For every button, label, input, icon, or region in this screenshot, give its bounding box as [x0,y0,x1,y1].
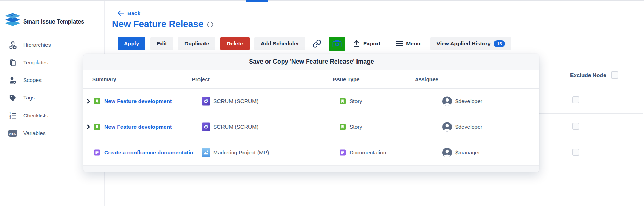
copy-link-button[interactable] [310,37,323,50]
documentation-icon [94,150,100,156]
issue-type-name: Story [349,98,362,104]
modal-table-header: Summary Project Issue Type Assignee [83,70,539,89]
export-button[interactable]: Export [351,37,383,50]
app-logo-icon [4,12,21,27]
table-row: New Feature development SCRUM (SCRUM) St… [83,89,539,114]
edit-button[interactable]: Edit [150,37,173,50]
issue-type-name: Story [349,124,362,130]
tag-icon [8,94,17,102]
scopes-icon [8,76,17,84]
story-icon [340,124,346,130]
app-window: Exclude Node Smart Issue Templates [0,0,644,206]
column-header-summary: Summary [92,76,116,82]
column-header-project: Project [192,76,210,82]
templates-icon [8,59,17,66]
sidebar-item-label: Variables [23,130,45,136]
column-header-issue-type: Issue Type [333,76,359,82]
sidebar-item-label: Tags [23,95,35,101]
exclude-node-header: Exclude Node [570,71,618,79]
exclude-node-row-checkbox[interactable] [572,123,579,130]
duplicate-button[interactable]: Duplicate [178,37,215,50]
svg-text:3: 3 [9,117,11,119]
sidebar-item-label: Scopes [23,77,42,83]
hierarchy-icon [8,41,17,49]
scrum-project-icon [202,123,210,131]
menu-button[interactable]: Menu [394,37,422,50]
documentation-icon [340,150,346,156]
link-icon [312,39,322,48]
modal-title: Save or Copy 'New Feature Release' Image [83,54,539,70]
view-applied-history-button[interactable]: View Applied History 15 [430,37,512,50]
hamburger-icon [396,41,403,46]
summary-link[interactable]: New Feature development [104,98,172,104]
project-name: SCRUM (SCRUM) [213,124,258,130]
marketing-project-icon [202,148,210,157]
checklist-icon: 1 2 3 [8,112,17,120]
exclude-node-header-checkbox[interactable] [611,71,618,79]
save-copy-image-modal: Save or Copy 'New Feature Release' Image… [83,54,539,172]
delete-button[interactable]: Delete [220,37,250,50]
sidebar-item-label: Checklists [23,112,48,119]
toolbar: Apply Edit Duplicate Delete Add Schedule… [118,37,511,51]
sidebar-item-label: Hierarchies [23,42,51,48]
modal-footer [83,165,539,172]
assignee-name: $manager [455,149,480,156]
story-icon [94,124,100,130]
exclude-node-row-checkbox[interactable] [572,149,579,156]
abc-badge: ABC [8,130,17,137]
menu-label: Menu [406,40,420,47]
export-label: Export [363,40,380,47]
issue-type-name: Documentation [349,149,386,156]
view-applied-history-label: View Applied History [437,40,491,47]
sidebar-item-label: Templates [23,59,48,66]
expand-chevron-icon[interactable] [87,98,92,104]
avatar-icon [442,97,452,106]
story-icon [340,98,346,104]
project-name: SCRUM (SCRUM) [213,98,258,104]
history-count-badge: 15 [494,40,505,47]
summary-link[interactable]: New Feature development [104,124,172,130]
scrum-project-icon [202,97,210,106]
table-right-border [643,88,643,166]
table-row: New Feature development SCRUM (SCRUM) St… [83,114,539,140]
sidebar-item-hierarchies[interactable]: Hierarchies [0,39,103,51]
avatar-icon [442,122,452,132]
avatar-icon [442,148,452,157]
story-icon [94,98,100,104]
add-scheduler-button[interactable]: Add Scheduler [254,37,305,50]
expand-chevron-icon[interactable] [87,124,92,130]
export-icon [353,40,360,47]
camera-icon [332,40,342,48]
summary-link[interactable]: Create a confluence documentatio [104,149,193,156]
column-header-assignee: Assignee [415,76,438,82]
app-title: Smart Issue Templates [23,19,84,25]
assignee-name: $developer [455,124,482,130]
apply-button[interactable]: Apply [118,37,145,50]
table-row: Create a confluence documentatio Marketi… [83,140,539,165]
screenshot-button[interactable] [329,37,345,51]
exclude-node-row-checkbox[interactable] [572,96,579,103]
project-name: Marketing Project (MP) [213,149,269,156]
variables-icon: ABC [8,129,17,137]
assignee-name: $developer [455,98,482,104]
exclude-node-label: Exclude Node [570,72,606,78]
